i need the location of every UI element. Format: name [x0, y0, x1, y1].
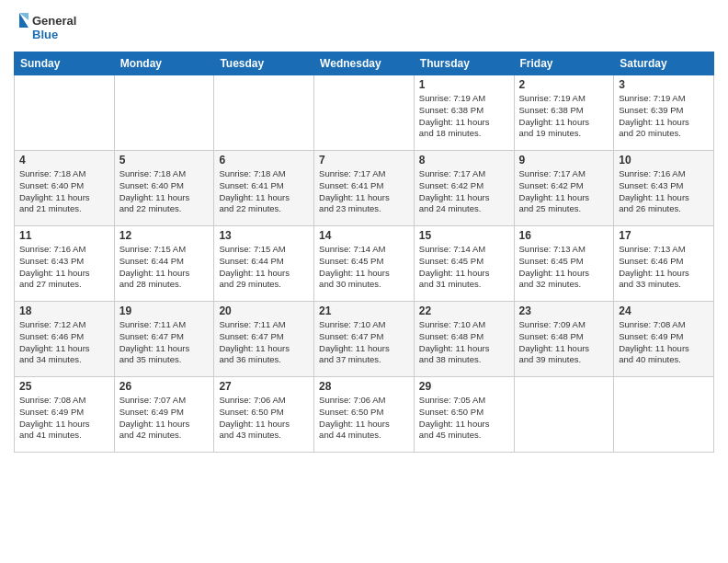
- calendar-header-tuesday: Tuesday: [214, 52, 314, 75]
- svg-text:General: General: [32, 14, 76, 28]
- day-info: Sunrise: 7:18 AM Sunset: 6:40 PM Dayligh…: [119, 168, 210, 215]
- day-number: 19: [119, 304, 210, 317]
- calendar-cell-w2d2: 13Sunrise: 7:15 AM Sunset: 6:44 PM Dayli…: [214, 226, 314, 302]
- day-info: Sunrise: 7:08 AM Sunset: 6:49 PM Dayligh…: [19, 395, 109, 442]
- calendar-cell-w0d5: 2Sunrise: 7:19 AM Sunset: 6:38 PM Daylig…: [514, 75, 614, 151]
- calendar-cell-w3d5: 23Sunrise: 7:09 AM Sunset: 6:48 PM Dayli…: [514, 302, 614, 377]
- calendar-cell-w3d2: 20Sunrise: 7:11 AM Sunset: 6:47 PM Dayli…: [214, 302, 314, 377]
- day-info: Sunrise: 7:05 AM Sunset: 6:50 PM Dayligh…: [419, 395, 509, 442]
- day-info: Sunrise: 7:17 AM Sunset: 6:42 PM Dayligh…: [419, 168, 509, 215]
- calendar-cell-w4d4: 29Sunrise: 7:05 AM Sunset: 6:50 PM Dayli…: [414, 377, 514, 453]
- calendar-cell-w3d6: 24Sunrise: 7:08 AM Sunset: 6:49 PM Dayli…: [614, 302, 714, 377]
- day-number: 27: [219, 380, 309, 393]
- calendar-cell-w2d0: 11Sunrise: 7:16 AM Sunset: 6:43 PM Dayli…: [15, 226, 115, 302]
- calendar-cell-w0d0: [15, 75, 115, 151]
- day-number: 24: [619, 304, 709, 317]
- calendar-cell-w4d5: [514, 377, 614, 453]
- day-info: Sunrise: 7:14 AM Sunset: 6:45 PM Dayligh…: [419, 244, 509, 291]
- day-number: 13: [219, 229, 309, 242]
- day-info: Sunrise: 7:06 AM Sunset: 6:50 PM Dayligh…: [219, 395, 309, 442]
- calendar-cell-w4d6: [614, 377, 714, 453]
- calendar-header-monday: Monday: [114, 52, 214, 75]
- calendar-cell-w1d4: 8Sunrise: 7:17 AM Sunset: 6:42 PM Daylig…: [414, 151, 514, 226]
- calendar-cell-w0d1: [114, 75, 214, 151]
- day-info: Sunrise: 7:18 AM Sunset: 6:40 PM Dayligh…: [19, 168, 109, 215]
- logo: General Blue: [14, 9, 87, 46]
- day-number: 3: [619, 78, 709, 91]
- calendar-cell-w1d0: 4Sunrise: 7:18 AM Sunset: 6:40 PM Daylig…: [15, 151, 115, 226]
- day-number: 29: [419, 380, 509, 393]
- calendar: SundayMondayTuesdayWednesdayThursdayFrid…: [14, 52, 714, 453]
- day-number: 12: [119, 229, 210, 242]
- calendar-header-thursday: Thursday: [414, 52, 514, 75]
- day-info: Sunrise: 7:19 AM Sunset: 6:39 PM Dayligh…: [619, 93, 709, 140]
- day-info: Sunrise: 7:11 AM Sunset: 6:47 PM Dayligh…: [119, 319, 210, 366]
- day-number: 17: [619, 229, 709, 242]
- calendar-cell-w3d4: 22Sunrise: 7:10 AM Sunset: 6:48 PM Dayli…: [414, 302, 514, 377]
- day-number: 21: [319, 304, 409, 317]
- day-info: Sunrise: 7:08 AM Sunset: 6:49 PM Dayligh…: [619, 319, 709, 366]
- day-number: 4: [19, 154, 109, 167]
- calendar-week-4: 25Sunrise: 7:08 AM Sunset: 6:49 PM Dayli…: [15, 377, 714, 453]
- calendar-cell-w2d3: 14Sunrise: 7:14 AM Sunset: 6:45 PM Dayli…: [314, 226, 415, 302]
- calendar-cell-w2d6: 17Sunrise: 7:13 AM Sunset: 6:46 PM Dayli…: [614, 226, 714, 302]
- calendar-week-0: 1Sunrise: 7:19 AM Sunset: 6:38 PM Daylig…: [15, 75, 714, 151]
- logo-svg: General Blue: [14, 9, 87, 46]
- calendar-cell-w1d1: 5Sunrise: 7:18 AM Sunset: 6:40 PM Daylig…: [114, 151, 214, 226]
- day-number: 5: [119, 154, 210, 167]
- day-info: Sunrise: 7:16 AM Sunset: 6:43 PM Dayligh…: [19, 244, 109, 291]
- calendar-cell-w2d5: 16Sunrise: 7:13 AM Sunset: 6:45 PM Dayli…: [514, 226, 614, 302]
- day-info: Sunrise: 7:09 AM Sunset: 6:48 PM Dayligh…: [519, 319, 609, 366]
- day-info: Sunrise: 7:19 AM Sunset: 6:38 PM Dayligh…: [519, 93, 609, 140]
- day-number: 1: [419, 78, 509, 91]
- day-number: 25: [19, 380, 109, 393]
- calendar-cell-w2d4: 15Sunrise: 7:14 AM Sunset: 6:45 PM Dayli…: [414, 226, 514, 302]
- calendar-header-row: SundayMondayTuesdayWednesdayThursdayFrid…: [15, 52, 714, 75]
- day-info: Sunrise: 7:10 AM Sunset: 6:47 PM Dayligh…: [319, 319, 409, 366]
- day-number: 2: [519, 78, 609, 91]
- day-info: Sunrise: 7:17 AM Sunset: 6:42 PM Dayligh…: [519, 168, 609, 215]
- day-info: Sunrise: 7:18 AM Sunset: 6:41 PM Dayligh…: [219, 168, 309, 215]
- day-info: Sunrise: 7:12 AM Sunset: 6:46 PM Dayligh…: [19, 319, 109, 366]
- day-number: 15: [419, 229, 509, 242]
- day-number: 14: [319, 229, 409, 242]
- day-info: Sunrise: 7:17 AM Sunset: 6:41 PM Dayligh…: [319, 168, 409, 215]
- day-info: Sunrise: 7:10 AM Sunset: 6:48 PM Dayligh…: [419, 319, 509, 366]
- day-number: 11: [19, 229, 109, 242]
- calendar-cell-w0d6: 3Sunrise: 7:19 AM Sunset: 6:39 PM Daylig…: [614, 75, 714, 151]
- calendar-cell-w1d2: 6Sunrise: 7:18 AM Sunset: 6:41 PM Daylig…: [214, 151, 314, 226]
- day-number: 16: [519, 229, 609, 242]
- day-number: 23: [519, 304, 609, 317]
- day-info: Sunrise: 7:14 AM Sunset: 6:45 PM Dayligh…: [319, 244, 409, 291]
- day-info: Sunrise: 7:07 AM Sunset: 6:49 PM Dayligh…: [119, 395, 210, 442]
- day-number: 9: [519, 154, 609, 167]
- calendar-cell-w4d2: 27Sunrise: 7:06 AM Sunset: 6:50 PM Dayli…: [214, 377, 314, 453]
- calendar-cell-w0d4: 1Sunrise: 7:19 AM Sunset: 6:38 PM Daylig…: [414, 75, 514, 151]
- calendar-cell-w1d3: 7Sunrise: 7:17 AM Sunset: 6:41 PM Daylig…: [314, 151, 415, 226]
- day-info: Sunrise: 7:15 AM Sunset: 6:44 PM Dayligh…: [219, 244, 309, 291]
- day-info: Sunrise: 7:19 AM Sunset: 6:38 PM Dayligh…: [419, 93, 509, 140]
- calendar-week-1: 4Sunrise: 7:18 AM Sunset: 6:40 PM Daylig…: [15, 151, 714, 226]
- calendar-cell-w3d0: 18Sunrise: 7:12 AM Sunset: 6:46 PM Dayli…: [15, 302, 115, 377]
- calendar-cell-w4d1: 26Sunrise: 7:07 AM Sunset: 6:49 PM Dayli…: [114, 377, 214, 453]
- day-info: Sunrise: 7:13 AM Sunset: 6:46 PM Dayligh…: [619, 244, 709, 291]
- day-number: 18: [19, 304, 109, 317]
- day-number: 26: [119, 380, 210, 393]
- calendar-cell-w3d3: 21Sunrise: 7:10 AM Sunset: 6:47 PM Dayli…: [314, 302, 415, 377]
- calendar-header-wednesday: Wednesday: [314, 52, 415, 75]
- day-number: 20: [219, 304, 309, 317]
- day-number: 22: [419, 304, 509, 317]
- calendar-cell-w4d3: 28Sunrise: 7:06 AM Sunset: 6:50 PM Dayli…: [314, 377, 415, 453]
- calendar-header-friday: Friday: [514, 52, 614, 75]
- calendar-week-2: 11Sunrise: 7:16 AM Sunset: 6:43 PM Dayli…: [15, 226, 714, 302]
- day-number: 7: [319, 154, 409, 167]
- calendar-week-3: 18Sunrise: 7:12 AM Sunset: 6:46 PM Dayli…: [15, 302, 714, 377]
- calendar-cell-w0d3: [314, 75, 415, 151]
- calendar-header-saturday: Saturday: [614, 52, 714, 75]
- day-info: Sunrise: 7:15 AM Sunset: 6:44 PM Dayligh…: [119, 244, 210, 291]
- calendar-cell-w1d5: 9Sunrise: 7:17 AM Sunset: 6:42 PM Daylig…: [514, 151, 614, 226]
- day-info: Sunrise: 7:13 AM Sunset: 6:45 PM Dayligh…: [519, 244, 609, 291]
- calendar-cell-w2d1: 12Sunrise: 7:15 AM Sunset: 6:44 PM Dayli…: [114, 226, 214, 302]
- calendar-body: 1Sunrise: 7:19 AM Sunset: 6:38 PM Daylig…: [15, 75, 714, 453]
- day-info: Sunrise: 7:06 AM Sunset: 6:50 PM Dayligh…: [319, 395, 409, 442]
